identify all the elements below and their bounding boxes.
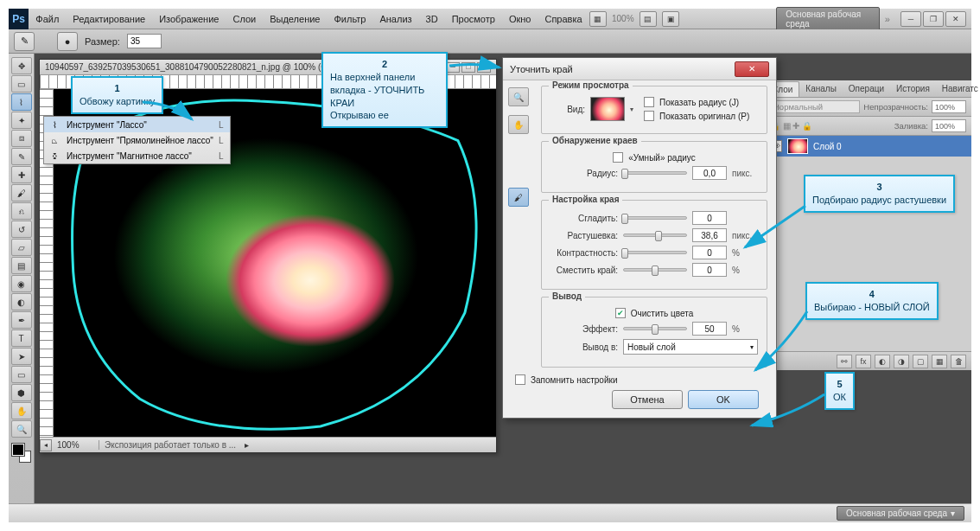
- layer-row[interactable]: 👁 Слой 0: [765, 136, 971, 157]
- new-layer-icon[interactable]: ▦: [932, 355, 947, 368]
- opacity-input[interactable]: 100%: [932, 100, 966, 113]
- mask-icon[interactable]: ◐: [875, 355, 890, 368]
- history-brush-tool-icon[interactable]: ↺: [11, 221, 32, 238]
- contrast-slider[interactable]: [623, 251, 687, 254]
- blend-mode-select[interactable]: Нормальный: [770, 100, 860, 113]
- link-layers-icon[interactable]: ⚯: [837, 355, 852, 368]
- stamp-tool-icon[interactable]: ⎌: [11, 202, 32, 220]
- menu-filter[interactable]: Фильтр: [328, 14, 373, 24]
- brush-preset-icon[interactable]: ●: [57, 32, 78, 51]
- doc-maximize-icon[interactable]: □: [461, 62, 475, 73]
- menu-file[interactable]: Файл: [29, 14, 66, 24]
- menu-window[interactable]: Окно: [502, 14, 538, 24]
- workspace-switcher-bottom[interactable]: Основная рабочая среда▾: [837, 506, 964, 521]
- arrange-docs-icon[interactable]: ▤: [640, 11, 657, 27]
- fill-input[interactable]: 100%: [932, 119, 966, 132]
- menu-view[interactable]: Просмотр: [445, 14, 502, 24]
- lasso-label: Инструмент "Лассо": [67, 120, 147, 130]
- show-original-checkbox[interactable]: [644, 111, 654, 121]
- contrast-value[interactable]: 0: [692, 246, 727, 259]
- eraser-tool-icon[interactable]: ▱: [11, 239, 32, 256]
- smooth-value[interactable]: 0: [692, 211, 727, 225]
- tab-navigator[interactable]: Навигатс: [936, 81, 980, 96]
- tab-actions[interactable]: Операци: [843, 81, 890, 96]
- type-tool-icon[interactable]: T: [11, 329, 32, 347]
- shape-tool-icon[interactable]: ▭: [11, 366, 32, 383]
- scroll-left-icon[interactable]: ◂: [40, 439, 52, 451]
- view-thumbnail[interactable]: [590, 97, 625, 121]
- doc-minimize-icon[interactable]: ─: [446, 62, 460, 73]
- zoom-tool-icon[interactable]: 🔍: [11, 420, 32, 438]
- doc-close-icon[interactable]: ✕: [477, 62, 491, 73]
- heal-tool-icon[interactable]: ✚: [11, 166, 32, 183]
- window-restore-icon[interactable]: ❐: [923, 11, 944, 27]
- move-tool-icon[interactable]: ✥: [11, 57, 32, 74]
- dialog-close-button[interactable]: ✕: [735, 61, 769, 77]
- brush-tool-icon[interactable]: 🖌: [11, 184, 32, 202]
- menu-analysis[interactable]: Анализ: [372, 14, 418, 24]
- 3d-tool-icon[interactable]: ⬢: [11, 384, 32, 401]
- path-select-tool-icon[interactable]: ➤: [11, 348, 32, 365]
- shift-edge-slider[interactable]: [623, 268, 687, 272]
- menu-layers[interactable]: Слои: [226, 14, 263, 24]
- radius-value[interactable]: 0,0: [692, 166, 727, 180]
- cancel-button[interactable]: Отмена: [612, 390, 683, 409]
- tab-history[interactable]: История: [890, 81, 936, 96]
- radius-label: Радиус:: [550, 169, 618, 178]
- magnetic-lasso-label: Инструмент "Магнитное лассо": [67, 151, 192, 161]
- magnetic-lasso-option[interactable]: ⧲ Инструмент "Магнитное лассо" L: [44, 148, 230, 163]
- show-radius-checkbox[interactable]: [644, 97, 654, 107]
- marquee-tool-icon[interactable]: ▭: [11, 75, 32, 93]
- poly-lasso-icon: ⏢: [48, 134, 61, 146]
- menu-image[interactable]: Изображение: [152, 14, 226, 24]
- menu-3d[interactable]: 3D: [419, 14, 445, 24]
- tab-channels[interactable]: Каналы: [799, 81, 843, 96]
- crop-tool-icon[interactable]: ⧈: [11, 130, 32, 147]
- lasso-option[interactable]: ⌇ Инструмент "Лассо" L: [44, 117, 230, 132]
- zoom-level[interactable]: 100%: [52, 440, 99, 450]
- pen-tool-icon[interactable]: ✒: [11, 311, 32, 329]
- wand-tool-icon[interactable]: ✦: [11, 112, 32, 129]
- tool-preset-icon[interactable]: ✎: [14, 32, 35, 51]
- view-dropdown-icon[interactable]: ▾: [630, 106, 633, 113]
- feather-slider[interactable]: [623, 234, 687, 237]
- ok-button[interactable]: OK: [688, 390, 759, 409]
- shift-edge-value[interactable]: 0: [692, 263, 727, 277]
- refine-brush-tool-icon[interactable]: 🖌: [508, 188, 529, 207]
- adjustment-icon[interactable]: ◑: [894, 355, 909, 368]
- launch-bridge-icon[interactable]: ▦: [589, 11, 607, 27]
- decontaminate-checkbox[interactable]: ✔: [615, 308, 626, 318]
- hand-tool-dialog-icon[interactable]: ✋: [508, 115, 529, 134]
- menu-help[interactable]: Справка: [538, 14, 589, 24]
- window-close-icon[interactable]: ✕: [945, 11, 966, 27]
- fx-icon[interactable]: fx: [856, 355, 871, 368]
- color-swatches[interactable]: [12, 444, 31, 463]
- gradient-tool-icon[interactable]: ▤: [11, 257, 32, 274]
- radius-slider[interactable]: [623, 171, 687, 175]
- smart-radius-checkbox[interactable]: [613, 152, 623, 163]
- hand-tool-icon[interactable]: ✋: [11, 402, 32, 419]
- delete-layer-icon[interactable]: 🗑: [951, 355, 966, 368]
- poly-lasso-option[interactable]: ⏢ Инструмент "Прямолинейное лассо" L: [44, 132, 230, 148]
- menu-select[interactable]: Выделение: [263, 14, 327, 24]
- blur-tool-icon[interactable]: ◉: [11, 275, 32, 292]
- menu-edit[interactable]: Редактирование: [66, 14, 152, 24]
- workspace-switcher[interactable]: Основная рабочая среда: [776, 7, 880, 31]
- amount-slider[interactable]: [623, 327, 687, 330]
- zoom-tool-dialog-icon[interactable]: 🔍: [508, 87, 529, 106]
- smooth-slider[interactable]: [623, 216, 687, 220]
- eyedropper-tool-icon[interactable]: ✎: [11, 148, 32, 165]
- lasso-tool-icon[interactable]: ⌇: [11, 93, 32, 111]
- screen-mode-icon[interactable]: ▣: [662, 11, 679, 27]
- dodge-tool-icon[interactable]: ◐: [11, 293, 32, 310]
- dialog-titlebar[interactable]: Уточнить край ✕: [503, 58, 776, 80]
- group-icon[interactable]: ▢: [913, 355, 928, 368]
- document-statusbar: ◂ 100% Экспозиция работает только в ... …: [40, 437, 496, 452]
- feather-value[interactable]: 38,6: [692, 228, 727, 242]
- output-to-dropdown[interactable]: Новый слой ▾: [623, 339, 758, 355]
- fg-color-swatch[interactable]: [12, 444, 24, 456]
- remember-checkbox[interactable]: [515, 374, 525, 385]
- amount-value[interactable]: 50: [692, 322, 727, 336]
- size-input[interactable]: [127, 34, 162, 48]
- window-minimize-icon[interactable]: ─: [900, 11, 921, 27]
